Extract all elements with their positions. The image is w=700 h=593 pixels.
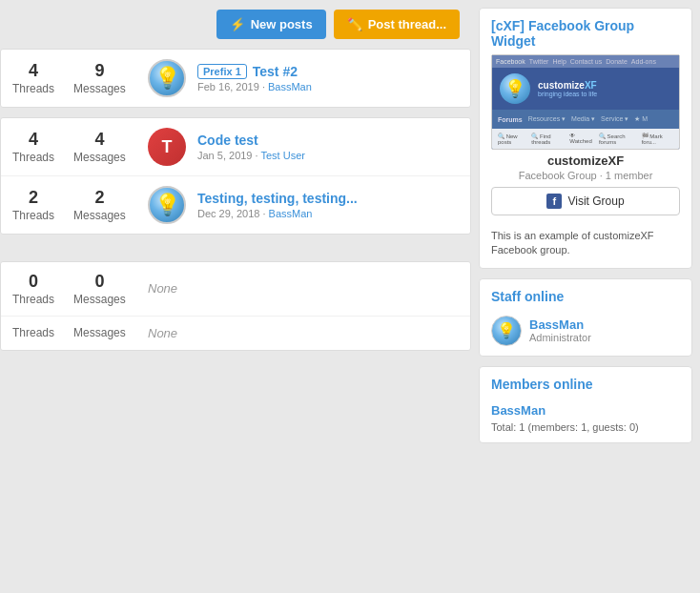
forum-row: 4 Threads 9 Messages 💡 Prefix 1 Test #2: [1, 50, 470, 107]
post-title-link[interactable]: Test #2: [253, 64, 298, 79]
threads-label: Threads: [12, 82, 54, 95]
staff-name[interactable]: BassMan: [529, 317, 591, 332]
forum-row-empty2: Threads Messages None: [1, 317, 470, 350]
stats-block-partial: Threads Messages: [12, 326, 136, 339]
forum-row-empty1: 0 Threads 0 Messages None: [1, 262, 470, 317]
fb-widget-title: [cXF] Facebook Group Widget: [480, 9, 691, 54]
messages-stat: 9 Messages: [73, 61, 126, 95]
avatar: 💡: [148, 59, 186, 97]
stats-block: 0 Threads 0 Messages: [12, 272, 136, 306]
post-info: Code test Jan 5, 2019 · Test User: [197, 133, 459, 161]
messages-label: Messages: [73, 209, 126, 222]
staff-info: BassMan Administrator: [529, 317, 591, 343]
post-info: Testing, testing, testing... Dec 29, 201…: [197, 191, 459, 219]
lightning-icon: ⚡: [230, 17, 245, 31]
fb-nav-media: Media ▾: [571, 115, 595, 123]
section-3: 0 Threads 0 Messages None Threads: [0, 261, 471, 351]
staff-row: 💡 BassMan Administrator: [480, 310, 691, 356]
threads-label: Threads: [12, 293, 54, 306]
fb-nav-star: ★ M: [634, 115, 648, 123]
messages-label: Messages: [73, 151, 126, 164]
fb-nav-resources: Resources ▾: [528, 115, 566, 123]
threads-stat: 2 Threads: [12, 188, 54, 222]
fb-nav-service: Service ▾: [601, 115, 628, 123]
fb-toolbar-item: Add-ons: [631, 58, 656, 65]
fb-preview-logo: 💡: [500, 73, 530, 104]
members-online-widget: Members online BassMan Total: 1 (members…: [479, 366, 692, 443]
right-column: [cXF] Facebook Group Widget Facebook Twi…: [471, 0, 700, 593]
fb-toolbar-item: Facebook: [496, 58, 525, 65]
post-title-row: Prefix 1 Test #2: [197, 64, 459, 79]
forum-row-code-test: 4 Threads 4 Messages T Code test Jan 5, …: [1, 118, 470, 176]
author-link[interactable]: Test User: [260, 150, 304, 161]
post-title-link[interactable]: Testing, testing, testing...: [197, 191, 358, 206]
edit-icon: ✏️: [347, 17, 362, 31]
stats-block: 4 Threads 4 Messages: [12, 130, 136, 164]
messages-stat: 0 Messages: [73, 272, 126, 306]
fb-preview-name: customizeXF: [538, 80, 597, 91]
threads-stat: 4 Threads: [12, 61, 54, 95]
messages-label: Messages: [73, 82, 126, 95]
avatar-T: T: [148, 128, 186, 166]
new-posts-button[interactable]: ⚡ New posts: [216, 10, 326, 39]
section-2: 4 Threads 4 Messages T Code test Jan 5, …: [0, 117, 471, 235]
staff-avatar: 💡: [491, 316, 522, 346]
fb-visit-label: Visit Group: [567, 194, 624, 208]
author-link[interactable]: BassMan: [269, 208, 313, 219]
fb-preview-tagline: bringing ideas to life: [538, 91, 597, 97]
stats-block: 2 Threads 2 Messages: [12, 188, 136, 222]
member-name-link[interactable]: BassMan: [480, 398, 691, 419]
author-link[interactable]: BassMan: [268, 81, 312, 92]
fb-toolbar-item: Contact us: [570, 58, 602, 65]
members-total: Total: 1 (members: 1, guests: 0): [480, 419, 691, 442]
fb-nav-forums: Forums: [498, 116, 523, 123]
forum-row-testing: 2 Threads 2 Messages 💡 Testing, testing,…: [1, 176, 470, 234]
members-online-title: Members online: [480, 367, 691, 398]
new-posts-label: New posts: [251, 17, 313, 31]
post-thread-label: Post thread...: [368, 17, 446, 31]
post-info: Prefix 1 Test #2 Feb 16, 2019 · BassMan: [197, 64, 459, 92]
fb-description: This is an example of customizeXF Facebo…: [480, 223, 691, 268]
post-meta: Feb 16, 2019 · BassMan: [197, 81, 459, 92]
threads-stat: 0 Threads: [12, 272, 54, 306]
fb-toolbar-item: Donate: [606, 58, 628, 65]
fb-sub-nav: 🔍 New posts 🔍 Find threads 👁 Watched 🔍 S…: [492, 129, 679, 149]
none-label: None: [148, 281, 177, 296]
threads-stat: 4 Threads: [12, 130, 54, 164]
threads-stat: Threads: [12, 326, 54, 339]
post-title-link[interactable]: Code test: [197, 133, 258, 148]
top-bar: ⚡ New posts ✏️ Post thread...: [0, 0, 471, 49]
messages-stat: Messages: [73, 326, 126, 339]
threads-label: Threads: [12, 151, 54, 164]
section-1: 4 Threads 9 Messages 💡 Prefix 1 Test #2: [0, 49, 471, 108]
facebook-widget: [cXF] Facebook Group Widget Facebook Twi…: [479, 8, 692, 269]
post-thread-button[interactable]: ✏️ Post thread...: [334, 10, 460, 39]
fb-toolbar-item: Twitter: [529, 58, 549, 65]
prefix-badge: Prefix 1: [197, 64, 247, 79]
post-meta: Dec 29, 2018 · BassMan: [197, 208, 459, 219]
messages-stat: 2 Messages: [73, 188, 126, 222]
none-label-2: None: [148, 326, 177, 340]
post-title-row: Code test: [197, 133, 459, 148]
left-column: ⚡ New posts ✏️ Post thread... 4 Threads …: [0, 0, 471, 593]
fb-group-name: customizeXF: [480, 150, 691, 170]
staff-role: Administrator: [529, 332, 591, 343]
staff-online-title: Staff online: [480, 279, 691, 310]
messages-label: Messages: [73, 326, 126, 339]
fb-toolbar-item: Help: [552, 58, 566, 65]
messages-stat: 4 Messages: [73, 130, 126, 164]
avatar: 💡: [148, 186, 186, 224]
stats-block: 4 Threads 9 Messages: [12, 61, 136, 95]
post-meta: Jan 5, 2019 · Test User: [197, 150, 459, 161]
staff-online-widget: Staff online 💡 BassMan Administrator: [479, 278, 692, 357]
facebook-icon: f: [546, 194, 562, 209]
fb-visit-btn[interactable]: f Visit Group: [491, 187, 680, 215]
post-title-row: Testing, testing, testing...: [197, 191, 459, 206]
threads-label: Threads: [12, 326, 54, 339]
threads-label: Threads: [12, 209, 54, 222]
messages-label: Messages: [73, 293, 126, 306]
fb-group-sub: Facebook Group · 1 member: [480, 170, 691, 187]
